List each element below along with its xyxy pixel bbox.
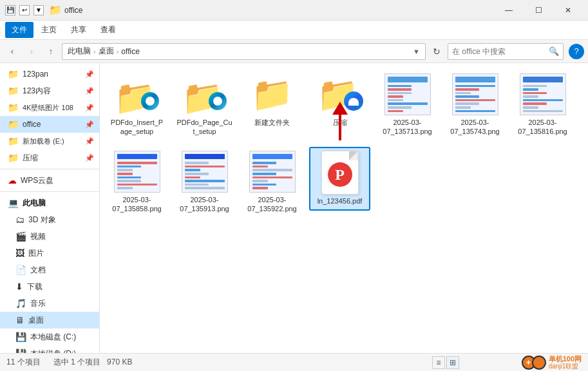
- sidebar-item-pictures[interactable]: 🖼 图片: [0, 245, 99, 262]
- screenshot-thumb: [114, 151, 160, 193]
- sidebar-item-desktop[interactable]: 🖥 桌面: [0, 312, 99, 328]
- sidebar-item-docs[interactable]: 📄 文档: [0, 262, 99, 278]
- title-icon-save[interactable]: 💾: [5, 5, 15, 15]
- folder-icon: 📁: [8, 119, 19, 129]
- file-label: 2025-03-07_135922.png: [244, 195, 300, 214]
- file-item-pdf[interactable]: P ln_123456.pdf: [309, 147, 370, 211]
- minimize-button[interactable]: —: [494, 0, 524, 21]
- file-item-ss1[interactable]: 2025-03-07_135713.png: [377, 70, 438, 140]
- content-area: 📁 PDFdo_Insert_Page_setup 📁: [100, 63, 588, 353]
- sidebar-item-video[interactable]: 🎬 视频: [0, 228, 99, 245]
- window-controls: — ☐ ✕: [494, 0, 583, 21]
- file-item-ss3[interactable]: 2025-03-07_135816.png: [512, 70, 573, 140]
- menu-home[interactable]: 主页: [35, 22, 63, 38]
- menu-share[interactable]: 共享: [64, 22, 93, 38]
- title-icon-undo[interactable]: ↩: [19, 5, 30, 15]
- file-item-ss6[interactable]: 2025-03-07_135922.png: [242, 147, 303, 218]
- menu-bar: 文件 主页 共享 查看: [0, 21, 588, 40]
- screenshot-thumb: [249, 151, 296, 193]
- disk-c-icon: 💾: [15, 332, 26, 342]
- status-right: + 单机100网 danji1联盟: [522, 355, 582, 370]
- sidebar-label: 此电脑: [23, 198, 46, 209]
- file-thumb: [114, 151, 160, 193]
- sidebar-label: 文档: [30, 265, 46, 276]
- sidebar-item-music[interactable]: 🎵 音乐: [0, 295, 99, 312]
- address-bar[interactable]: 此电脑 › 桌面 › office ▼: [62, 43, 426, 60]
- pdf-file-container: P ln_123456.pdf: [309, 147, 370, 218]
- sidebar-label: 123内容: [23, 86, 51, 97]
- file-thumb: 📁: [249, 73, 296, 115]
- sidebar-item-3d[interactable]: 🗂 3D 对象: [0, 211, 99, 228]
- file-thumb: [182, 151, 228, 193]
- installer-badge: [141, 92, 159, 110]
- file-label: PDFdo_Insert_Page_setup: [109, 118, 165, 137]
- grid-view-button[interactable]: ⊞: [446, 356, 459, 369]
- sidebar-item-compress[interactable]: 📁 压缩 📌: [0, 149, 99, 166]
- close-button[interactable]: ✕: [553, 0, 583, 21]
- breadcrumb-pc: 此电脑: [68, 46, 91, 57]
- sidebar-item-wps-cloud[interactable]: ☁ WPS云盘: [0, 172, 99, 189]
- sidebar-label: WPS云盘: [21, 175, 53, 186]
- pin-icon: 📌: [85, 120, 94, 129]
- status-left: 11 个项目 选中 1 个项目 970 KB: [6, 357, 132, 368]
- pin-icon: 📌: [85, 137, 94, 146]
- sidebar-item-office[interactable]: 📁 office 📌: [0, 116, 99, 133]
- status-bar: 11 个项目 选中 1 个项目 970 KB + 单机100网 danji1联盟…: [0, 353, 588, 371]
- sidebar-item-disk-d[interactable]: 💾 本地磁盘 (D:): [0, 345, 99, 353]
- sidebar-label: 视频: [30, 231, 46, 242]
- sidebar-item-this-pc[interactable]: 💻 此电脑: [0, 195, 99, 211]
- watermark-line2: danji1联盟: [549, 363, 582, 370]
- menu-file[interactable]: 文件: [5, 22, 33, 38]
- forward-button[interactable]: ›: [23, 43, 40, 60]
- file-item-pdfdo-insert[interactable]: 📁 PDFdo_Insert_Page_setup: [106, 70, 167, 140]
- status-total: 11 个项目: [6, 357, 41, 368]
- refresh-button[interactable]: ↻: [428, 43, 445, 60]
- menu-view[interactable]: 查看: [94, 22, 122, 38]
- sidebar-divider: [0, 169, 99, 169]
- pdf-file-icon: P: [321, 151, 359, 195]
- files-grid: 📁 PDFdo_Insert_Page_setup 📁: [106, 70, 582, 217]
- title-bar: 💾 ↩ ▼ 📁 office — ☐ ✕: [0, 0, 588, 21]
- search-input[interactable]: [452, 47, 549, 56]
- sidebar-label: 压缩: [23, 153, 38, 164]
- up-button[interactable]: ↑: [43, 43, 59, 60]
- back-button[interactable]: ‹: [4, 43, 21, 60]
- sidebar-label: 本地磁盘 (C:): [30, 332, 76, 343]
- sidebar-divider2: [0, 191, 99, 192]
- file-item-ss4[interactable]: 2025-03-07_135858.png: [106, 147, 167, 218]
- sidebar-item-disk-c[interactable]: 💾 本地磁盘 (C:): [0, 328, 99, 345]
- file-label: 新建文件夹: [254, 118, 290, 127]
- file-item-ss2[interactable]: 2025-03-07_135743.png: [444, 70, 506, 140]
- file-label: 2025-03-07_135816.png: [515, 118, 571, 137]
- view-mode-buttons: ≡ ⊞: [432, 356, 459, 369]
- pin-icon: 📌: [85, 70, 94, 79]
- file-item-new-folder[interactable]: 📁 新建文件夹: [242, 70, 303, 140]
- sidebar-item-4k[interactable]: 📁 4K壁纸图片 108 📌: [0, 99, 99, 116]
- sidebar-item-123pan[interactable]: 📁 123pan 📌: [0, 66, 99, 82]
- search-box[interactable]: 🔍: [448, 43, 564, 60]
- watermark-logo: +: [522, 356, 546, 370]
- file-thumb: P: [317, 152, 363, 194]
- sidebar-item-newvol[interactable]: 📁 新加载卷 (E:) 📌: [0, 133, 99, 149]
- file-item-ss5[interactable]: 2025-03-07_135913.png: [174, 147, 235, 218]
- pdf-p-letter: P: [335, 166, 345, 184]
- file-label: PDFdo_Page_Cut_setup: [176, 118, 232, 137]
- help-button[interactable]: ?: [569, 44, 584, 59]
- maximize-button[interactable]: ☐: [524, 0, 553, 21]
- folder-plain-icon: 📁: [251, 75, 293, 114]
- title-icon-prop[interactable]: ▼: [33, 5, 44, 15]
- folder-3d-icon: 🗂: [15, 214, 24, 225]
- video-icon: 🎬: [15, 231, 26, 242]
- pdf-red-badge: P: [328, 162, 352, 187]
- file-item-pdfdo-cut[interactable]: 📁 PDFdo_Page_Cut_setup: [174, 70, 235, 140]
- sidebar-label: 音乐: [30, 298, 46, 309]
- main-layout: 📁 123pan 📌 📁 123内容 📌 📁 4K壁纸图片 108 📌 📁 of…: [0, 63, 588, 353]
- sidebar-item-downloads[interactable]: ⬇ 下载: [0, 278, 99, 295]
- installer-badge: [209, 92, 227, 110]
- pin-icon: 📌: [85, 154, 94, 162]
- sidebar-item-123content[interactable]: 📁 123内容 📌: [0, 82, 99, 99]
- logo-circle2: [532, 356, 546, 370]
- folder-icon: 📁: [8, 102, 19, 113]
- list-view-button[interactable]: ≡: [432, 356, 445, 369]
- sidebar-label: 123pan: [23, 70, 48, 79]
